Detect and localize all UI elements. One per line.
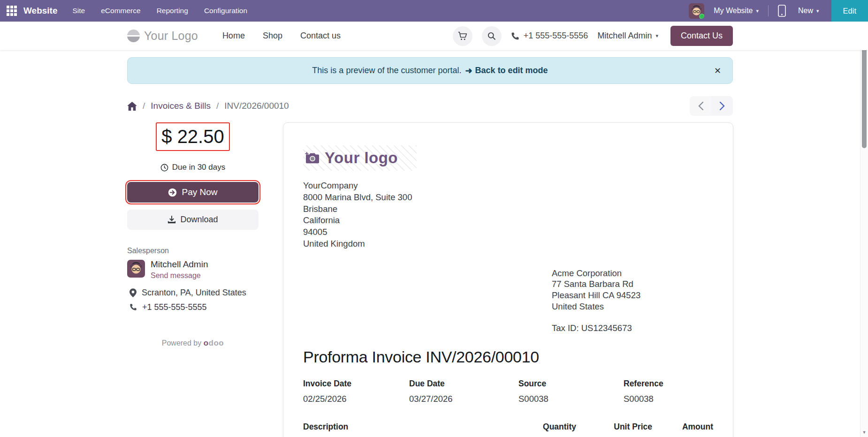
pay-now-button[interactable]: Pay Now [127, 182, 259, 203]
salesperson-phone[interactable]: +1 555-555-5555 [127, 302, 259, 312]
close-icon[interactable]: ✕ [714, 66, 721, 76]
odoo-logo[interactable]: odoo [204, 339, 224, 347]
arrow-right-icon: ➜ [465, 66, 472, 76]
caret-down-icon: ▾ [756, 8, 759, 14]
download-button[interactable]: Download [127, 210, 259, 230]
divider [768, 5, 769, 16]
apps-grid-icon[interactable] [7, 6, 17, 16]
portal-user-dropdown[interactable]: Mitchell Admin ▾ [597, 31, 658, 41]
meta-due-date: Due Date 03/27/2026 [409, 379, 518, 404]
back-to-edit-link[interactable]: ➜ Back to edit mode [465, 66, 548, 76]
tax-id: Tax ID: US12345673 [552, 323, 713, 334]
menu-configuration[interactable]: Configuration [204, 7, 247, 15]
site-logo[interactable]: Your Logo [127, 29, 198, 43]
company-address: YourCompany 8000 Marina Blvd, Suite 300 … [303, 180, 713, 250]
arrow-circle-right-icon [168, 188, 177, 197]
preview-banner: This is a preview of the customer portal… [127, 57, 733, 84]
my-website-dropdown[interactable]: My Website ▾ [714, 7, 759, 15]
new-dropdown[interactable]: New ▾ [798, 7, 819, 15]
nav-home[interactable]: Home [222, 31, 245, 41]
menu-ecommerce[interactable]: eCommerce [101, 7, 140, 15]
invoice-logo-text: Your logo [325, 149, 398, 167]
invoice-sidebar: $ 22.50 Due in 30 days Pay Now Download … [127, 122, 259, 348]
invoice-title: Proforma Invoice INV/2026/00010 [303, 348, 713, 366]
user-avatar[interactable] [689, 3, 704, 19]
scroll-down-arrow[interactable]: ▼ [860, 430, 868, 435]
breadcrumb: / Invoices & Bills / INV/2026/00010 [127, 101, 289, 111]
edit-button[interactable]: Edit [831, 0, 868, 22]
header-phone[interactable]: +1 555-555-5556 [511, 31, 588, 41]
invoice-document: Your logo YourCompany 8000 Marina Blvd, … [283, 122, 733, 437]
camera-icon [305, 151, 320, 165]
amount-due-highlight: $ 22.50 [156, 122, 230, 151]
cart-button[interactable] [453, 26, 472, 46]
caret-down-icon: ▾ [655, 33, 658, 39]
home-icon[interactable] [127, 102, 137, 111]
table-header: Description Quantity Unit Price Amount [303, 422, 713, 437]
pager [690, 96, 733, 116]
breadcrumb-current: INV/2026/00010 [224, 101, 289, 111]
search-icon [487, 31, 496, 41]
due-date-line: Due in 30 days [127, 163, 259, 172]
amount-due: $ 22.50 [161, 126, 224, 147]
salesperson-avatar [127, 260, 145, 278]
salesperson-row: Mitchell Admin Send message [127, 260, 259, 280]
breadcrumb-row: / Invoices & Bills / INV/2026/00010 [127, 96, 733, 116]
salesperson-name: Mitchell Admin [151, 260, 208, 270]
phone-icon [511, 32, 519, 40]
invoice-meta: Invoice Date 02/25/2026 Due Date 03/27/2… [303, 379, 713, 404]
map-pin-icon [129, 288, 137, 297]
prev-button[interactable] [690, 96, 711, 116]
search-button[interactable] [482, 26, 502, 46]
online-status-dot [699, 14, 704, 19]
chevron-right-icon [719, 101, 725, 111]
send-message-link[interactable]: Send message [151, 271, 208, 280]
powered-by: Powered by odoo [127, 339, 259, 348]
main-content: $ 22.50 Due in 30 days Pay Now Download … [0, 122, 868, 437]
line-items-table: Description Quantity Unit Price Amount [… [303, 422, 713, 437]
cart-icon [458, 31, 467, 41]
clock-icon [160, 164, 168, 172]
invoice-logo-placeholder[interactable]: Your logo [303, 145, 417, 171]
banner-text: This is a preview of the customer portal… [312, 66, 461, 75]
nav-contact-us[interactable]: Contact us [300, 31, 341, 41]
download-icon [168, 216, 176, 224]
breadcrumb-invoices-bills[interactable]: Invoices & Bills [151, 101, 211, 111]
phone-icon [129, 303, 137, 311]
meta-source: Source S00038 [518, 379, 624, 404]
meta-invoice-date: Invoice Date 02/25/2026 [303, 379, 409, 404]
chevron-left-icon [698, 101, 704, 111]
salesperson-label: Salesperson [127, 247, 259, 255]
salesperson-location: Scranton, PA, United States [127, 288, 259, 298]
site-nav: Home Shop Contact us [222, 31, 341, 41]
screen: Website Site eCommerce Reporting Configu… [0, 0, 868, 437]
website-header: Your Logo Home Shop Contact us +1 555-55… [0, 22, 868, 50]
app-name-website[interactable]: Website [23, 6, 58, 16]
logo-text: Your Logo [144, 29, 198, 43]
caret-down-icon: ▾ [816, 8, 819, 14]
contact-us-button[interactable]: Contact Us [670, 26, 733, 46]
mobile-icon[interactable] [778, 5, 786, 17]
backend-navbar: Website Site eCommerce Reporting Configu… [0, 0, 868, 22]
meta-reference: Reference S00038 [624, 379, 713, 404]
nav-shop[interactable]: Shop [263, 31, 282, 41]
logo-mark-icon [127, 30, 140, 42]
menu-site[interactable]: Site [73, 7, 85, 15]
menu-reporting[interactable]: Reporting [157, 7, 188, 15]
scrollbar[interactable]: ▲ ▼ [860, 22, 868, 437]
next-button[interactable] [711, 96, 733, 116]
customer-address: Acme Corporation 77 Santa Barbara Rd Ple… [552, 268, 713, 334]
